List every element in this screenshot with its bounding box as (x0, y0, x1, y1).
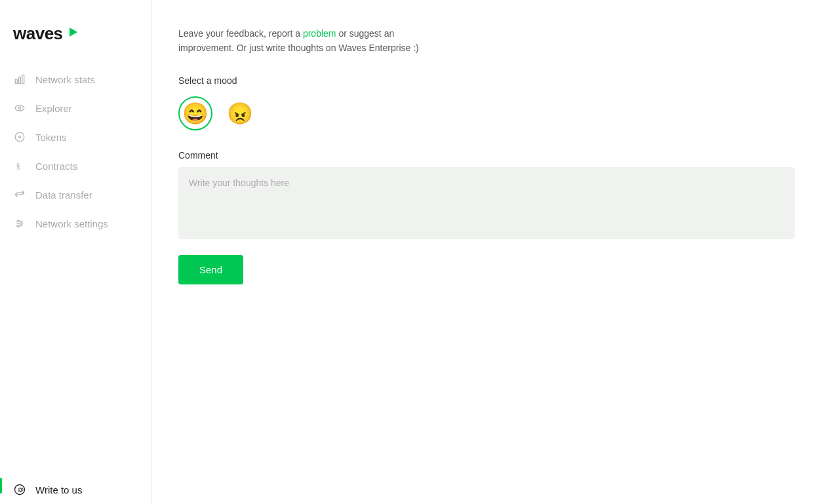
sidebar-item-write-us-label: Write to us (35, 484, 82, 495)
svg-text:@: @ (18, 486, 24, 493)
svg-point-13 (20, 223, 22, 225)
write-us-icon: @ (13, 483, 26, 496)
logo-area: waves (0, 13, 151, 65)
comment-label: Comment (178, 150, 755, 161)
svg-point-12 (17, 220, 19, 222)
sidebar-item-tokens[interactable]: Tokens (0, 123, 151, 151)
svg-point-7 (19, 136, 21, 138)
sidebar-item-write-us[interactable]: @ Write to us (0, 467, 151, 504)
sidebar-item-network-stats[interactable]: Network stats (0, 65, 151, 94)
svg-marker-0 (70, 28, 77, 37)
main-content: Leave your feedback, report a problem or… (152, 0, 782, 504)
settings-icon (13, 217, 26, 230)
data-transfer-icon (13, 188, 26, 201)
sidebar-item-data-transfer-label: Data transfer (35, 189, 92, 201)
bar-chart-icon (13, 73, 26, 86)
circle-dot-icon (13, 130, 26, 144)
svg-rect-1 (15, 79, 17, 84)
problem-link[interactable]: problem (303, 28, 336, 39)
logo-text: waves (13, 24, 63, 44)
mood-selector: 😄 😠 (178, 96, 755, 130)
svg-rect-2 (19, 77, 21, 84)
sidebar-item-contracts[interactable]: § Contracts (0, 151, 151, 180)
sidebar-item-network-settings[interactable]: Network settings (0, 209, 151, 238)
sidebar: waves Network stats (0, 0, 152, 504)
sidebar-item-network-stats-label: Network stats (35, 74, 95, 85)
sidebar-item-network-settings-label: Network settings (35, 218, 108, 229)
section-icon: § (13, 159, 26, 172)
sidebar-item-contracts-label: Contracts (35, 161, 77, 172)
logo-icon (67, 26, 79, 41)
sidebar-item-tokens-label: Tokens (35, 132, 67, 143)
svg-point-5 (18, 107, 21, 109)
mood-angry[interactable]: 😠 (223, 96, 257, 130)
nav-items: Network stats Explorer Tokens (0, 65, 151, 504)
svg-point-4 (15, 106, 24, 111)
send-button[interactable]: Send (178, 255, 243, 284)
sidebar-item-explorer[interactable]: Explorer (0, 94, 151, 123)
mood-happy[interactable]: 😄 (178, 96, 212, 130)
sidebar-item-explorer-label: Explorer (35, 103, 72, 114)
angry-emoji: 😠 (227, 101, 253, 126)
mood-section-label: Select a mood (178, 75, 755, 86)
svg-rect-3 (22, 75, 24, 84)
svg-text:§: § (16, 162, 20, 171)
comment-textarea[interactable] (178, 167, 795, 239)
eye-icon (13, 102, 26, 115)
feedback-description: Leave your feedback, report a problem or… (178, 26, 428, 56)
svg-point-6 (15, 132, 24, 142)
happy-emoji: 😄 (182, 101, 209, 126)
active-indicator (0, 478, 2, 494)
sidebar-item-data-transfer[interactable]: Data transfer (0, 180, 151, 209)
svg-point-14 (17, 225, 19, 227)
